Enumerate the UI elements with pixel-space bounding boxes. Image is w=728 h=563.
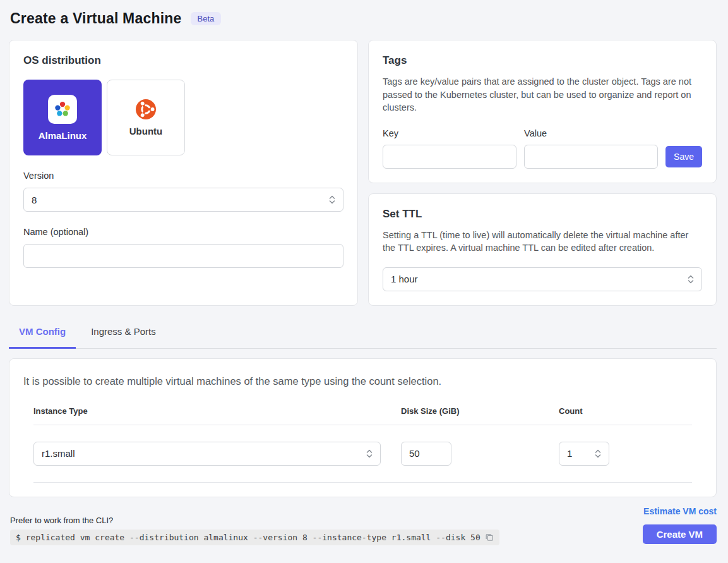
instance-type-select[interactable]: r1.small	[33, 442, 381, 466]
vm-table: Instance Type Disk Size (GiB) Count r1.s…	[23, 406, 702, 483]
tag-key-label: Key	[383, 128, 516, 138]
ttl-card-description: Setting a TTL (time to live) will automa…	[383, 229, 702, 255]
chevron-up-down-icon	[687, 274, 695, 284]
count-stepper[interactable]: 1	[559, 442, 609, 466]
beta-badge: Beta	[191, 12, 222, 25]
copy-icon[interactable]	[485, 533, 494, 542]
version-select-value: 8	[32, 195, 37, 205]
page-title: Create a Virtual Machine	[10, 10, 182, 27]
config-tabs: VM Config Ingress & Ports	[9, 324, 717, 349]
tag-value-label: Value	[524, 128, 658, 138]
name-field-group: Name (optional)	[23, 227, 343, 268]
almalinux-iconbox	[48, 95, 77, 124]
save-tag-button[interactable]: Save	[665, 146, 702, 167]
column-count: Count	[559, 406, 692, 416]
name-input[interactable]	[23, 244, 343, 268]
tags-card-title: Tags	[383, 54, 702, 67]
tab-ingress-ports[interactable]: Ingress & Ports	[81, 324, 166, 349]
top-cards-grid: OS distribution AlmaLinux	[9, 40, 717, 306]
os-tile-ubuntu[interactable]: Ubuntu	[107, 80, 185, 155]
footer-actions: Estimate VM cost Create VM	[643, 506, 717, 544]
page-header: Create a Virtual Machine Beta	[10, 10, 717, 27]
create-vm-button[interactable]: Create VM	[643, 524, 717, 544]
tags-key-value-row: Key Value Save	[383, 128, 702, 169]
count-value: 1	[567, 448, 572, 459]
name-label: Name (optional)	[23, 227, 343, 237]
vm-table-row: r1.small 1	[33, 425, 692, 483]
vm-config-card: It is possible to create multiple virtua…	[9, 358, 717, 497]
almalinux-logo-icon	[53, 100, 72, 119]
instance-type-value: r1.small	[42, 448, 75, 459]
os-distribution-card: OS distribution AlmaLinux	[9, 40, 358, 306]
estimate-vm-cost-link[interactable]: Estimate VM cost	[643, 506, 717, 516]
cli-section: Prefer to work from the CLI? $ replicate…	[9, 516, 499, 545]
count-cell: 1	[559, 442, 692, 466]
os-tile-label: AlmaLinux	[39, 130, 87, 141]
version-field-group: Version 8	[23, 171, 343, 212]
tab-vm-config[interactable]: VM Config	[9, 324, 76, 349]
instance-type-cell: r1.small	[33, 442, 401, 466]
vm-config-description: It is possible to create multiple virtua…	[23, 375, 702, 387]
version-select[interactable]: 8	[23, 188, 343, 212]
tag-value-field-group: Value	[524, 128, 658, 169]
vm-table-header: Instance Type Disk Size (GiB) Count	[33, 406, 692, 425]
tag-value-input[interactable]	[524, 145, 658, 169]
os-tile-label: Ubuntu	[129, 126, 162, 136]
tags-card-description: Tags are key/value pairs that are assign…	[383, 75, 702, 114]
cli-command-text: $ replicated vm create --distribution al…	[16, 533, 480, 542]
chevron-up-down-icon	[594, 449, 602, 459]
page-footer: Prefer to work from the CLI? $ replicate…	[9, 506, 717, 545]
ubuntu-logo-icon	[136, 99, 156, 119]
cli-command-chip: $ replicated vm create --distribution al…	[10, 530, 499, 545]
ttl-select[interactable]: 1 hour	[383, 267, 702, 291]
cli-prompt-label: Prefer to work from the CLI?	[10, 516, 499, 525]
tags-card: Tags Tags are key/value pairs that are a…	[368, 40, 717, 183]
tag-key-input[interactable]	[383, 145, 516, 169]
set-ttl-card: Set TTL Setting a TTL (time to live) wil…	[368, 193, 717, 306]
create-vm-page: Create a Virtual Machine Beta OS distrib…	[0, 0, 728, 558]
tag-key-field-group: Key	[383, 128, 516, 169]
chevron-up-down-icon	[328, 195, 336, 205]
ttl-card-title: Set TTL	[383, 208, 702, 221]
ttl-select-value: 1 hour	[391, 274, 418, 284]
os-tiles: AlmaLinux	[23, 80, 343, 155]
version-label: Version	[23, 171, 343, 181]
chevron-up-down-icon	[366, 449, 373, 459]
disk-size-cell	[401, 442, 559, 466]
disk-size-input[interactable]	[401, 442, 451, 466]
os-card-title: OS distribution	[23, 54, 343, 67]
column-disk-size: Disk Size (GiB)	[401, 406, 559, 416]
os-tile-almalinux[interactable]: AlmaLinux	[23, 80, 102, 155]
column-instance-type: Instance Type	[33, 406, 401, 416]
right-column: Tags Tags are key/value pairs that are a…	[368, 40, 717, 306]
